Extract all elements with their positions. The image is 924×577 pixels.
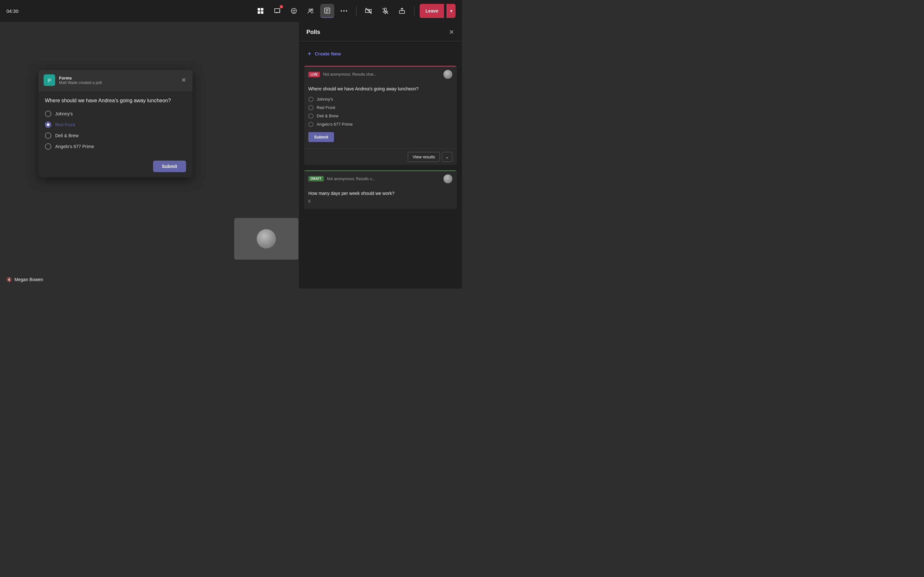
mic-muted-icon: 🔇	[6, 277, 12, 282]
radio-redfront[interactable]	[45, 121, 51, 128]
top-bar: 04:30	[0, 0, 462, 22]
svg-point-7	[309, 9, 311, 11]
live-option-angelos[interactable]: Angelo's 677 Prime	[309, 122, 452, 127]
leave-dropdown[interactable]: ▾	[447, 4, 456, 18]
draft-answer-count: 6	[309, 199, 310, 203]
draft-poll-avatar	[443, 174, 452, 183]
draft-poll-card: DRAFT Not anonymous; Results s... How ma…	[304, 170, 457, 210]
user-name-label: 🔇 Megan Bowen	[6, 277, 43, 282]
leave-button[interactable]: Leave	[420, 4, 444, 18]
card-radio-redfront[interactable]	[309, 105, 313, 110]
popup-submit-button[interactable]: Submit	[153, 161, 186, 172]
draft-answer-row: 6	[309, 199, 452, 203]
radio-delibrew[interactable]	[45, 132, 51, 139]
svg-point-14	[343, 10, 344, 11]
draft-card-body: How many days per week should we work? 6	[304, 187, 457, 210]
card-option-redfront-label: Red Front	[317, 105, 335, 110]
polls-scroll-area: LIVE Not anonymous; Results shar... Wher…	[299, 66, 462, 288]
poll-question-text: Where should we have Andrea's going away…	[45, 97, 186, 104]
svg-rect-3	[261, 11, 263, 14]
divider	[356, 6, 357, 16]
svg-line-16	[366, 8, 372, 14]
live-option-redfront[interactable]: Red Front	[309, 105, 452, 110]
poll-option-redfront[interactable]: Red Front	[45, 121, 186, 128]
chat-badge	[280, 5, 283, 8]
svg-point-4	[291, 8, 296, 13]
expand-poll-button[interactable]: ⌄	[442, 152, 452, 162]
create-new-button[interactable]: ＋ Create New	[306, 47, 454, 61]
poll-option-angelos[interactable]: Angelo's 677 Prime	[45, 143, 186, 150]
live-card-body: Where should we have Andrea's going away…	[304, 82, 457, 148]
poll-popup: Forms Matt Wade created a poll ✕ Where s…	[39, 70, 192, 177]
video-off-icon[interactable]	[362, 4, 376, 18]
option-johnnys-label: Johnny's	[55, 111, 73, 116]
poll-popup-header: Forms Matt Wade created a poll ✕	[39, 70, 192, 91]
mic-off-icon[interactable]	[378, 4, 393, 18]
top-bar-controls: Leave ▾	[254, 4, 456, 18]
plus-icon: ＋	[306, 50, 312, 57]
svg-rect-2	[258, 11, 260, 14]
option-redfront-label: Red Front	[55, 122, 75, 127]
live-option-delibrew[interactable]: Deli & Brew	[309, 113, 452, 119]
app-name-label: Forms	[59, 76, 180, 81]
apps-icon[interactable]	[254, 4, 268, 18]
view-results-button[interactable]: View results	[408, 152, 440, 162]
live-poll-submit-button[interactable]: Submit	[309, 132, 334, 142]
forms-icon[interactable]	[320, 4, 334, 18]
app-subtitle-label: Matt Wade created a poll	[59, 81, 180, 85]
svg-point-5	[293, 10, 294, 11]
draft-badge: DRAFT	[309, 176, 324, 181]
radio-johnnys[interactable]	[45, 111, 51, 117]
live-badge: LIVE	[309, 72, 320, 77]
card-option-johnnys-label: Johnny's	[317, 97, 333, 102]
live-card-footer: View results ⌄	[304, 148, 457, 165]
poll-popup-body: Where should we have Andrea's going away…	[39, 91, 192, 161]
share-icon[interactable]	[395, 4, 409, 18]
draft-poll-question: How many days per week should we work?	[309, 190, 452, 197]
create-new-label: Create New	[315, 51, 341, 56]
live-poll-avatar	[443, 70, 452, 79]
poll-popup-title: Forms Matt Wade created a poll	[59, 76, 180, 85]
avatar-image	[257, 229, 276, 248]
svg-rect-1	[261, 8, 263, 11]
divider2	[414, 6, 415, 16]
popup-close-button[interactable]: ✕	[180, 75, 187, 85]
polls-panel-title: Polls	[306, 29, 320, 35]
poll-option-johnnys[interactable]: Johnny's	[45, 111, 186, 117]
card-radio-delibrew[interactable]	[309, 113, 313, 119]
live-option-johnnys[interactable]: Johnny's	[309, 97, 452, 102]
polls-close-button[interactable]: ✕	[449, 28, 454, 36]
card-radio-johnnys[interactable]	[309, 97, 313, 102]
user-avatar	[257, 229, 276, 248]
chat-icon[interactable]	[270, 4, 284, 18]
radio-angelos[interactable]	[45, 143, 51, 150]
emoji-icon[interactable]	[287, 4, 301, 18]
radio-inner	[47, 123, 49, 126]
more-icon[interactable]	[337, 4, 351, 18]
live-poll-meta: Not anonymous; Results shar...	[323, 72, 440, 77]
svg-rect-0	[258, 8, 260, 11]
draft-card-header: DRAFT Not anonymous; Results s...	[304, 171, 457, 187]
card-option-delibrew-label: Deli & Brew	[317, 113, 338, 118]
svg-point-15	[346, 10, 347, 11]
video-thumbnail	[234, 218, 298, 259]
polls-header: Polls ✕	[299, 22, 462, 41]
poll-option-delibrew[interactable]: Deli & Brew	[45, 132, 186, 139]
card-option-angelos-label: Angelo's 677 Prime	[317, 122, 352, 127]
live-poll-question: Where should we have Andrea's going away…	[309, 86, 452, 92]
poll-popup-footer: Submit	[39, 161, 192, 177]
draft-poll-meta: Not anonymous; Results s...	[327, 177, 440, 181]
participants-icon[interactable]	[304, 4, 318, 18]
meeting-timer: 04:30	[6, 8, 19, 14]
polls-sidebar: Polls ✕ ＋ Create New LIVE Not anonymous;…	[298, 22, 462, 288]
user-display-name: Megan Bowen	[15, 277, 43, 282]
option-delibrew-label: Deli & Brew	[55, 133, 79, 138]
main-content: Forms Matt Wade created a poll ✕ Where s…	[0, 22, 298, 288]
option-angelos-label: Angelo's 677 Prime	[55, 144, 94, 149]
forms-app-icon	[44, 74, 55, 86]
card-radio-angelos[interactable]	[309, 122, 313, 127]
svg-point-8	[312, 9, 313, 11]
live-poll-card: LIVE Not anonymous; Results shar... Wher…	[304, 66, 457, 165]
svg-point-13	[341, 10, 342, 11]
svg-point-6	[294, 10, 295, 11]
